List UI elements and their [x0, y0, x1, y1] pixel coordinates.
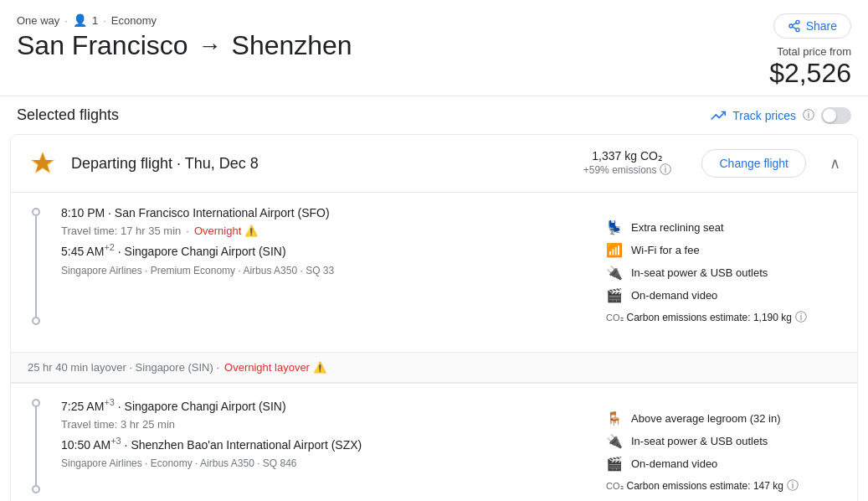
header-right: Share Total price from $2,526 [769, 13, 851, 89]
amenity-power-2: 🔌 In-seat power & USB outlets [606, 433, 840, 449]
passenger-icon: 👤 [73, 13, 87, 27]
power-icon-2: 🔌 [606, 433, 623, 449]
track-prices-info-icon[interactable]: ⓘ [803, 108, 814, 123]
timeline-circle-top-2 [32, 399, 40, 407]
timeline-line2 [35, 266, 37, 317]
timeline-line-3 [35, 407, 37, 447]
segment-1-timeline [28, 206, 44, 325]
carbon-info-icon[interactable]: ⓘ [795, 310, 807, 325]
flight-segment-1: 8:10 PM · San Francisco International Ai… [11, 192, 857, 352]
cabin-class: Economy [111, 14, 157, 27]
total-label: Total price from [769, 45, 851, 58]
segment-2-amenities: 🪑 Above average legroom (32 in) 🔌 In-sea… [606, 397, 840, 493]
layover-warning-icon: ⚠️ [313, 361, 326, 374]
dot-sep2: · [118, 400, 125, 413]
track-prices-area: Track prices ⓘ [711, 107, 851, 124]
overnight-badge: Overnight ⚠️ [194, 225, 258, 237]
flight-title: Departing flight · Thu, Dec 8 [71, 155, 570, 173]
co2-amount: 1,337 kg CO₂ [583, 149, 672, 163]
segment-2-info: 7:25 AM+3 · Singapore Changi Airport (SI… [61, 397, 589, 493]
airline-logo [28, 148, 58, 178]
origin-city: San Francisco [17, 30, 188, 61]
route-title: San Francisco → Shenzhen [17, 30, 352, 61]
svg-point-0 [796, 20, 799, 23]
segment-2-meta: Singapore Airlines · Economy · Airbus A3… [61, 457, 589, 469]
segment-2-content: 7:25 AM+3 · Singapore Changi Airport (SI… [28, 384, 840, 501]
segment-2-travel-time: Travel time: 3 hr 25 min [61, 418, 589, 431]
segment-2-depart-time: 7:25 AM+3 · Singapore Changi Airport (SI… [61, 397, 589, 413]
timeline-circle-bottom-2 [32, 485, 40, 493]
trip-info: One way · 👤 1 · Economy [17, 13, 352, 27]
svg-line-3 [792, 27, 796, 29]
video-icon-2: 🎬 [606, 456, 623, 472]
track-prices-label[interactable]: Track prices [732, 109, 796, 122]
co2-sub: +59% emissions ⓘ [583, 163, 672, 178]
collapse-icon[interactable]: ∧ [829, 154, 840, 173]
segment-1-arrive-time: 5:45 AM+2 · Singapore Changi Airport (SI… [61, 242, 589, 258]
header-left: One way · 👤 1 · Economy San Francisco → … [17, 13, 352, 61]
timeline-circle-top [32, 208, 40, 216]
share-label: Share [806, 19, 837, 33]
trending-icon [711, 108, 726, 123]
amenity-legroom: 🪑 Above average legroom (32 in) [606, 411, 840, 426]
co2-icon-small-2: CO₂ [606, 481, 624, 492]
passenger-count: 1 [92, 14, 98, 27]
video-icon: 🎬 [606, 287, 623, 303]
layover-bar: 25 hr 40 min layover · Singapore (SIN) ·… [11, 352, 857, 383]
legroom-icon: 🪑 [606, 411, 623, 426]
segment-2-carbon: CO₂ Carbon emissions estimate: 147 kg ⓘ [606, 478, 840, 493]
segment-1-meta: Singapore Airlines · Premium Economy · A… [61, 265, 589, 276]
segment-2-arrive-time: 10:50 AM+3 · Shenzhen Bao'an Internation… [61, 436, 589, 452]
segment-1-depart-time: 8:10 PM · San Francisco International Ai… [61, 206, 589, 220]
trip-type: One way [17, 14, 59, 27]
dot1: · [64, 14, 68, 27]
flight-card-header: Departing flight · Thu, Dec 8 1,337 kg C… [11, 135, 857, 192]
timeline-line [35, 216, 37, 266]
amenity-reclining: 💺 Extra reclining seat [606, 220, 840, 235]
timeline-line-4 [35, 447, 37, 486]
segment-1-travel-time: Travel time: 17 hr 35 min · Overnight ⚠️ [61, 225, 589, 237]
segment-1-info: 8:10 PM · San Francisco International Ai… [61, 206, 589, 325]
wifi-icon: 📶 [606, 242, 623, 258]
warning-icon: ⚠️ [244, 225, 258, 237]
flight-card: Departing flight · Thu, Dec 8 1,337 kg C… [10, 134, 858, 501]
segment-2-timeline [28, 397, 44, 493]
share-icon [788, 19, 801, 33]
svg-line-4 [792, 23, 796, 25]
section-header: Selected flights Track prices ⓘ [0, 96, 868, 134]
power-icon: 🔌 [606, 265, 623, 281]
segment-1-amenities: 💺 Extra reclining seat 📶 Wi-Fi for a fee… [606, 206, 840, 325]
segment-1-content: 8:10 PM · San Francisco International Ai… [28, 193, 840, 338]
share-button[interactable]: Share [773, 13, 851, 39]
amenity-video: 🎬 On-demand video [606, 287, 840, 303]
flight-segment-2: 7:25 AM+3 · Singapore Changi Airport (SI… [11, 383, 857, 501]
amenity-power: 🔌 In-seat power & USB outlets [606, 265, 840, 281]
co2-icon-small: CO₂ [606, 312, 624, 323]
svg-point-1 [789, 24, 793, 28]
change-flight-button[interactable]: Change flight [701, 149, 806, 178]
page-header: One way · 👤 1 · Economy San Francisco → … [0, 0, 868, 96]
timeline-circle-bottom [32, 317, 40, 325]
layover-overnight: Overnight layover ⚠️ [224, 361, 326, 374]
segment-1-carbon: CO₂ Carbon emissions estimate: 1,190 kg … [606, 310, 840, 325]
arrow-icon: → [198, 33, 222, 59]
emissions-info: 1,337 kg CO₂ +59% emissions ⓘ [583, 149, 672, 178]
amenity-wifi: 📶 Wi-Fi for a fee [606, 242, 840, 258]
carbon-info-icon-2[interactable]: ⓘ [787, 478, 799, 493]
track-prices-toggle[interactable] [821, 107, 851, 124]
section-title: Selected flights [17, 106, 119, 124]
seat-icon: 💺 [606, 220, 623, 235]
dot2: · [103, 14, 106, 27]
amenity-video-2: 🎬 On-demand video [606, 456, 840, 472]
destination-city: Shenzhen [232, 30, 352, 61]
svg-point-2 [796, 28, 799, 32]
co2-info-icon[interactable]: ⓘ [660, 163, 671, 178]
dot-sep: · [108, 206, 115, 220]
total-price: $2,526 [769, 58, 851, 89]
